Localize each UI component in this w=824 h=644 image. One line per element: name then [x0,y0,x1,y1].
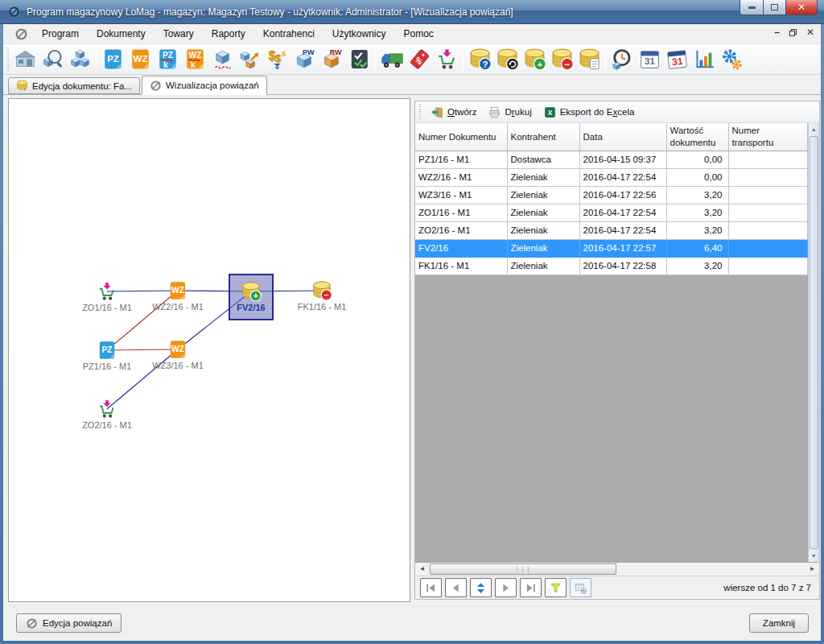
minimize-icon [748,6,756,9]
search-goods-icon[interactable] [39,46,66,73]
scroll-left-icon[interactable]: ◄ [415,563,429,576]
vertical-scrollbar[interactable]: ▲ ▼ [808,123,820,562]
scroll-right-icon[interactable]: ► [805,563,819,576]
coins-tab-icon [16,80,28,92]
pager-filter-button[interactable] [545,578,566,597]
vertical-scrollbar-thumb[interactable] [810,136,819,549]
goods-icon[interactable] [66,46,93,73]
diagram-node-zo2[interactable] [97,398,117,419]
table-row[interactable]: FV2/16Zieleniak2016-04-17 22:576,40 [415,239,807,257]
sale-tag-icon[interactable]: % [406,46,433,73]
button-label: Drukuj [505,107,531,117]
column-header-data[interactable]: Data [579,123,666,151]
horizontal-scrollbar-thumb[interactable]: ❘❘❘ [430,564,616,575]
coins-question-icon[interactable]: ? [466,46,493,73]
calendar-blue-icon[interactable]: 31 [636,46,663,73]
prices-icon[interactable]: $$$ [263,46,290,73]
diagram-node-wz2[interactable]: WZ [167,280,188,301]
relations-diagram-canvas[interactable]: ZO1/16 - M1WZWZ2/16 - M1+FV2/16−FK1/16 -… [8,98,410,602]
settings-gears-icon[interactable] [718,46,745,73]
cell [728,239,807,257]
coins-plus-icon[interactable]: + [521,46,548,73]
column-header-numer-transportu[interactable]: Numer transportu [728,123,807,151]
diagram-node-fv2[interactable]: + [241,281,262,302]
menu-item-program[interactable]: Program [33,26,88,42]
column-header-kontrahent[interactable]: Kontrahent [507,123,579,151]
coins-invoice-icon[interactable] [575,46,603,73]
mdi-minimize-button[interactable]: – [774,27,780,37]
column-header-wartość-dokumentu[interactable]: Wartość dokumentu [666,123,728,151]
tab-edycja-dokumentu-fa[interactable]: Edycja dokumentu: Fa... [8,77,140,94]
doc-pzk-icon[interactable]: PZk [154,46,181,73]
scroll-up-icon[interactable]: ▲ [809,123,820,135]
table-row[interactable]: ZO2/16 - M1Zieleniak2016-04-17 22:543,20 [415,221,807,239]
rw-box-icon[interactable]: RW [318,46,345,73]
menu-item-towary[interactable]: Towary [154,26,203,42]
mdi-close-button[interactable]: ✕ [806,27,814,37]
menu-item-kontrahenci[interactable]: Kontrahenci [254,26,323,42]
warehouse-icon[interactable] [11,46,39,73]
pager-prev-button[interactable] [445,578,467,597]
column-header-numer-dokumentu[interactable]: Numer Dokumentu [415,123,507,151]
cell [728,186,807,204]
menu-item-pomoc[interactable]: Pomoc [395,26,443,42]
doc-wz-icon[interactable]: WZ [126,46,154,73]
truck-icon[interactable] [378,46,406,73]
edit-relations-button[interactable]: Edycja powiązań [16,613,122,633]
print-button[interactable]: Drukuj [483,103,536,122]
footer-bar: Edycja powiązań Zamknij [3,605,821,641]
diagram-node-zo1[interactable] [97,281,117,302]
tab-wizualizacja-powiązań[interactable]: Wizualizacja powiązań [142,76,267,95]
excel-button[interactable]: XEksport do Excela [538,103,640,122]
diagram-node-fk1[interactable]: − [311,280,332,301]
close-button[interactable]: ✕ [785,0,818,15]
pager-grid-settings-button[interactable] [570,578,591,597]
menu-item-dokumenty[interactable]: Dokumenty [88,26,154,42]
maximize-icon [771,4,778,10]
pager-sort-button[interactable] [470,578,492,597]
diagram-node-wz3[interactable]: WZ [167,339,188,360]
doc-pz-icon[interactable]: PZ [99,46,126,73]
transfer-icon[interactable] [236,46,263,73]
title-bar: Program magazynowy LoMag - magazyn: Maga… [0,0,824,24]
tab-label: Edycja dokumentu: Fa... [32,81,132,91]
horizontal-scrollbar[interactable]: ◄ ❘❘❘ ► [415,563,819,576]
pager-last-button[interactable] [520,578,542,597]
menu-item-raporty[interactable]: Raporty [203,26,254,42]
tasks-icon[interactable] [345,46,373,73]
table-row[interactable]: PZ1/16 - M1Dostawca2016-04-15 09:370,00 [415,151,807,168]
table-row[interactable]: WZ2/16 - M1Zieleniak2016-04-17 22:540,00 [415,168,807,186]
pager-first-button[interactable] [420,578,442,597]
coins-refresh-icon[interactable] [493,46,521,73]
cart-icon[interactable] [433,46,460,73]
svg-text:+: + [537,60,542,69]
inventory-icon[interactable] [208,46,236,73]
chart-icon[interactable] [690,46,718,73]
pw-box-icon[interactable]: PW [290,46,318,73]
pager-buttons [420,578,595,597]
diagram-node-pz1[interactable]: PZ [97,340,117,361]
svg-text:+: + [253,291,258,300]
pager-next-button[interactable] [495,578,517,597]
table-row[interactable]: ZO1/16 - M1Zieleniak2016-04-17 22:543,20 [415,204,807,221]
mdi-restore-button[interactable] [789,29,797,36]
menu-item-u-ytkownicy[interactable]: Użytkownicy [323,26,395,42]
history-clock-icon[interactable] [608,46,636,73]
scroll-down-icon[interactable]: ▼ [809,550,820,562]
doc-wzk-icon[interactable]: WZk [181,46,208,73]
toolbar-separator [463,47,464,72]
cell: PZ1/16 - M1 [415,151,507,168]
minimize-button[interactable] [740,0,764,15]
table-row[interactable]: WZ3/16 - M1Zieleniak2016-04-17 22:563,20 [415,186,807,204]
close-view-button[interactable]: Zamknij [749,613,809,633]
maximize-button[interactable] [763,0,786,15]
open-button[interactable]: Otwórz [426,103,481,122]
excel-icon: X [543,105,557,119]
cell: 0,00 [666,168,728,186]
table-row[interactable]: FK1/16 - M1Zieleniak2016-04-17 22:583,20 [415,257,807,275]
diagram-node-label: WZ3/16 - M1 [152,361,204,370]
coins-minus-icon[interactable]: − [548,46,575,73]
lomag-logo-icon [14,27,28,41]
calendar-red-icon[interactable]: 31 [663,46,690,73]
open-icon [431,105,444,119]
